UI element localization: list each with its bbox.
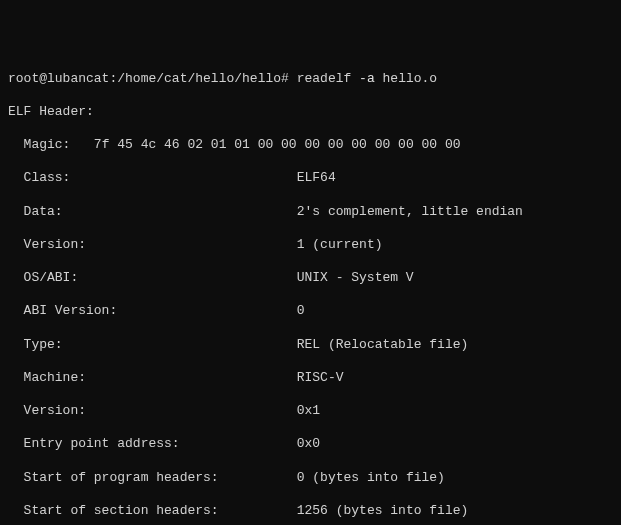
- elf-osabi: OS/ABI: UNIX - System V: [8, 270, 613, 287]
- elf-data: Data: 2's complement, little endian: [8, 204, 613, 221]
- elf-header-title: ELF Header:: [8, 104, 613, 121]
- elf-ver2: Version: 0x1: [8, 403, 613, 420]
- elf-abiver: ABI Version: 0: [8, 303, 613, 320]
- elf-machine: Machine: RISC-V: [8, 370, 613, 387]
- command-arg: hello.o: [383, 71, 438, 86]
- elf-sph: Start of program headers: 0 (bytes into …: [8, 470, 613, 487]
- prompt-path: /home/cat/hello/hello: [117, 71, 281, 86]
- elf-magic: Magic: 7f 45 4c 46 02 01 01 00 00 00 00 …: [8, 137, 613, 154]
- elf-ssh: Start of section headers: 1256 (bytes in…: [8, 503, 613, 520]
- command: readelf: [297, 71, 352, 86]
- elf-type: Type: REL (Relocatable file): [8, 337, 613, 354]
- prompt-line: root@lubancat:/home/cat/hello/hello# rea…: [8, 71, 613, 88]
- prompt-symbol: #: [281, 71, 289, 86]
- elf-entry: Entry point address: 0x0: [8, 436, 613, 453]
- command-flag: -a: [359, 71, 375, 86]
- elf-version: Version: 1 (current): [8, 237, 613, 254]
- elf-class: Class: ELF64: [8, 170, 613, 187]
- prompt-userhost: root@lubancat: [8, 71, 109, 86]
